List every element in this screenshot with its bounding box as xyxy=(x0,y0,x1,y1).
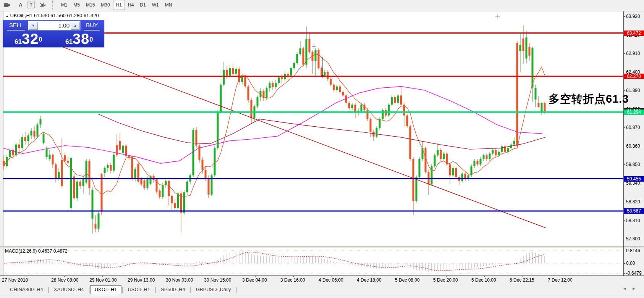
symbol-tab-xauusdh4[interactable]: XAUUSD-,H4 xyxy=(49,285,89,294)
macd-label: MACD(12,26,9) 0.4637 0.4872 xyxy=(5,248,67,254)
timeframe-button-h1[interactable]: H1 xyxy=(113,0,125,10)
price-tick-mark xyxy=(623,72,625,72)
timeframe-button-m15[interactable]: M15 xyxy=(83,0,98,10)
level-price-badge: 63.472 xyxy=(624,31,644,36)
time-tick-label: 3 Dec 16:00 xyxy=(280,277,305,283)
time-tick-mark xyxy=(179,275,179,277)
time-tick-label: 5 Dec 20:00 xyxy=(433,277,458,283)
tab-scroll-buttons: ◄ ► xyxy=(623,286,636,291)
price-tick-label: 62.910 xyxy=(626,51,640,56)
macd-main-value: 0.4637 xyxy=(38,248,52,254)
time-tick-mark xyxy=(141,275,141,277)
symbol-tab-ukoilh1[interactable]: UKOil-,H1 xyxy=(90,285,122,294)
time-tick-mark xyxy=(408,275,408,277)
macd-axis-tick-mark xyxy=(623,273,625,274)
dropdown-caret-icon: ▾ xyxy=(44,3,46,7)
price-tick-label: 63.930 xyxy=(626,14,640,19)
quote-high: 61.560 xyxy=(50,13,66,18)
level-price-badge: 58.567 xyxy=(624,208,644,214)
time-tick-label: 28 Nov 08:00 xyxy=(51,277,78,283)
price-tick-label: 60.360 xyxy=(626,143,640,149)
time-tick-label: 3 Dec 04:00 xyxy=(242,277,267,283)
time-tick-label: 6 Dec 10:00 xyxy=(471,277,496,283)
symbol-tab-china300h4[interactable]: CHINA300-,H4 xyxy=(5,285,48,294)
timeframe-button-w1[interactable]: W1 xyxy=(149,0,162,10)
timeframe-button-d1[interactable]: D1 xyxy=(137,0,149,10)
time-tick-label: 5 Dec 08:00 xyxy=(395,277,420,283)
price-tick-label: 59.850 xyxy=(626,162,640,167)
price-tick-mark xyxy=(623,90,625,91)
chart-shift-icon[interactable]: ▦F xyxy=(0,0,14,10)
price-tick-mark xyxy=(623,127,625,128)
time-tick-mark xyxy=(561,275,561,277)
volume-box: ▼ 1.00 ▲ xyxy=(28,21,81,31)
time-tick-label: 29 Nov 13:00 xyxy=(128,277,155,283)
price-tick-label: 58.820 xyxy=(626,199,640,205)
symbol-tab-gbpusddaily[interactable]: GBPUSD-,Daily xyxy=(191,285,236,294)
timeframe-button-m1[interactable]: M1 xyxy=(58,0,71,10)
time-tick-label: 29 Nov 01:00 xyxy=(89,277,117,283)
symbol-tab-sp500h4[interactable]: SP500-,H4 xyxy=(156,285,190,294)
timeframe-button-m5[interactable]: M5 xyxy=(70,0,83,10)
volume-increase-button[interactable]: ▲ xyxy=(71,22,80,30)
macd-signal-value: 0.4872 xyxy=(53,248,68,254)
timeframe-buttons: M1M5M15M30H1H4D1W1MN xyxy=(58,4,175,11)
level-price-badge: 62.278 xyxy=(624,74,644,79)
macd-axis-label: -0.6479 xyxy=(626,271,642,276)
timeframe-button-m30[interactable]: M30 xyxy=(98,0,113,10)
tab-scroll-right-icon[interactable]: ► xyxy=(632,286,636,291)
window-footer-strip xyxy=(0,294,644,298)
time-tick-mark xyxy=(217,275,217,277)
macd-axis-label: 0.00 xyxy=(626,261,635,266)
price-tick-mark xyxy=(623,202,625,202)
macd-indicator-pane[interactable] xyxy=(3,247,624,275)
time-tick-mark xyxy=(523,275,523,277)
timeframe-button-h4[interactable]: H4 xyxy=(125,0,137,10)
time-tick-label: 30 Nov 15:00 xyxy=(204,277,231,283)
price-tick-mark xyxy=(623,16,625,17)
time-tick-mark xyxy=(293,275,294,277)
top-toolbar: ▦F A T ⇲▾ M1M5M15M30H1H4D1W1MN xyxy=(0,0,644,11)
tab-scroll-left-icon[interactable]: ◄ xyxy=(623,286,627,291)
time-tick-label: 6 Dec 22:15 xyxy=(510,277,534,283)
quote-bar: ▲ UKOil-,H1 61.530 61.560 61.280 61.320 xyxy=(5,13,99,18)
macd-axis-label: 0.8146 xyxy=(626,248,640,253)
quote-close: 61.320 xyxy=(84,13,99,18)
time-tick-mark xyxy=(370,275,370,277)
quote-low: 61.280 xyxy=(67,13,82,18)
symbol-tab-bar: CHINA300-,H4|XAUUSD-,H4|UKOil-,H1|USOil-… xyxy=(0,285,644,294)
one-click-trading-panel: SELL ▼ 1.00 ▲ BUY 61320 61380 xyxy=(3,20,104,47)
level-price-badge: 59.455 xyxy=(624,176,644,182)
pane-separator[interactable] xyxy=(0,246,644,248)
cursor-arrows-icon[interactable]: ⇲▾ xyxy=(36,0,49,10)
time-tick-label: 7 Dec 12:00 xyxy=(548,277,573,283)
time-tick-label: 27 Nov 2018 xyxy=(2,277,28,283)
buy-price[interactable]: 61380 xyxy=(54,31,104,46)
chart-annotation-text: 多空转折点61.3 xyxy=(549,92,629,107)
price-tick-mark xyxy=(623,146,625,146)
symbol-tab-usoilh1[interactable]: USOil-,H1 xyxy=(123,285,155,294)
time-tick-mark xyxy=(26,275,26,277)
volume-input[interactable]: 1.00 xyxy=(58,22,70,29)
time-tick-label: 30 Nov 03:00 xyxy=(166,277,193,283)
buy-button[interactable]: BUY xyxy=(81,21,102,29)
price-tick-mark xyxy=(623,53,625,54)
text-box-icon[interactable]: T xyxy=(28,2,35,8)
macd-axis-tick-mark xyxy=(623,251,625,251)
price-tick-mark xyxy=(623,164,625,165)
time-axis-separator xyxy=(0,275,644,276)
price-tick-label: 58.310 xyxy=(626,218,640,223)
direction-arrow-icon: ▲ xyxy=(5,14,9,18)
sell-price[interactable]: 61320 xyxy=(3,31,53,46)
time-tick-mark xyxy=(102,275,103,277)
quote-open: 61.530 xyxy=(34,13,49,18)
text-label-icon[interactable]: A xyxy=(15,0,26,10)
price-tick-mark xyxy=(623,239,625,239)
sell-button[interactable]: SELL xyxy=(5,21,27,29)
timeframe-button-mn[interactable]: MN xyxy=(162,0,175,10)
time-tick-label: 4 Dec 18:00 xyxy=(357,277,382,283)
volume-decrease-button[interactable]: ▼ xyxy=(29,22,38,30)
time-tick-mark xyxy=(484,275,485,277)
price-axis-line[interactable] xyxy=(623,11,624,275)
price-tick-label: 57.800 xyxy=(626,236,640,242)
